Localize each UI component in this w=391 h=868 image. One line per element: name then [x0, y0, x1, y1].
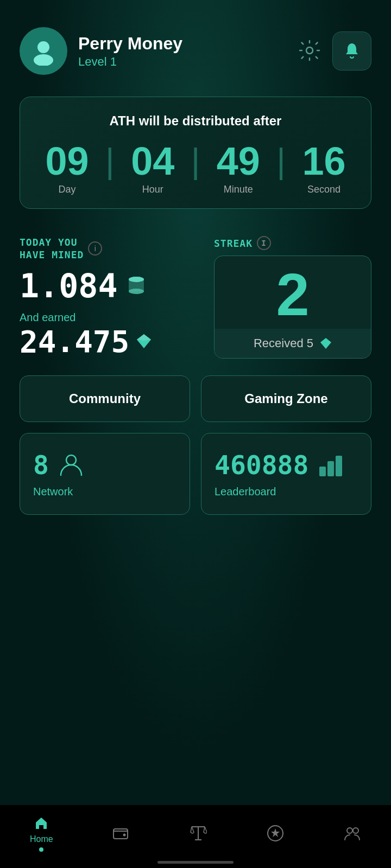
hours-label: Hour	[142, 184, 163, 195]
wallet-icon	[112, 825, 130, 842]
header: Perry Money Level 1	[0, 0, 391, 86]
days-value: 09	[45, 142, 89, 181]
seconds-label: Second	[307, 184, 340, 195]
leaderboard-value: 460888	[215, 450, 308, 480]
network-card[interactable]: 8 Network	[20, 433, 190, 515]
received-diamond-icon	[320, 337, 332, 349]
svg-point-9	[66, 455, 76, 465]
nav-wallet[interactable]	[102, 825, 141, 842]
streak-info-icon[interactable]: i	[257, 236, 271, 250]
nav-scale[interactable]	[179, 825, 218, 842]
countdown-title: ATH will be distributed after	[31, 113, 360, 129]
svg-rect-12	[336, 456, 342, 476]
hours-unit: 04 Hour	[117, 142, 189, 195]
diamond-icon	[136, 333, 152, 349]
svg-marker-7	[137, 334, 151, 341]
separator-3: |	[274, 144, 288, 178]
user-level: Level 1	[78, 55, 285, 69]
action-buttons: Community Gaming Zone	[0, 365, 391, 433]
notifications-button[interactable]	[332, 31, 371, 71]
svg-marker-8	[320, 338, 331, 349]
bottom-nav: Home	[0, 805, 391, 868]
streak-right: STREAK i 2 Received 5	[214, 236, 371, 359]
svg-marker-19	[271, 828, 280, 837]
user-name: Perry Money	[78, 34, 285, 54]
settings-button[interactable]	[295, 36, 324, 66]
svg-point-21	[353, 828, 358, 833]
group-icon	[344, 825, 361, 842]
nav-star[interactable]	[256, 825, 295, 842]
svg-rect-13	[113, 829, 128, 839]
streak-box: 2 Received 5	[214, 256, 371, 359]
svg-rect-11	[327, 461, 334, 476]
svg-point-20	[347, 828, 352, 833]
minutes-value: 49	[217, 142, 260, 181]
stat-cards: 8 Network 460888 Leaderboard	[0, 433, 391, 526]
today-mined-row: TODAY YOU HAVE MINED i	[20, 236, 203, 261]
home-icon	[33, 815, 49, 831]
avatar	[20, 27, 67, 75]
nav-home[interactable]: Home	[19, 815, 64, 852]
network-top: 8	[33, 450, 176, 480]
earned-label: And earned	[20, 311, 203, 324]
nav-home-label: Home	[30, 834, 53, 844]
svg-point-4	[129, 289, 144, 294]
scale-icon	[190, 825, 207, 842]
leaderboard-top: 460888	[215, 450, 358, 480]
mined-value-display: 1.084	[20, 267, 203, 305]
seconds-value: 16	[302, 142, 345, 181]
days-unit: 09 Day	[31, 142, 103, 195]
community-button[interactable]: Community	[20, 375, 190, 422]
svg-point-5	[129, 277, 144, 282]
bell-icon	[342, 41, 362, 61]
network-label: Network	[33, 486, 176, 498]
network-value: 8	[33, 450, 49, 480]
leaderboard-card[interactable]: 460888 Leaderboard	[201, 433, 371, 515]
days-label: Day	[59, 184, 76, 195]
separator-1: |	[103, 144, 117, 178]
nav-group[interactable]	[333, 825, 372, 842]
home-indicator	[157, 861, 234, 864]
minutes-unit: 49 Minute	[202, 142, 274, 195]
streak-label-row: STREAK i	[214, 236, 371, 250]
separator-2: |	[189, 144, 203, 178]
hours-value: 04	[131, 142, 174, 181]
today-info-icon[interactable]: i	[88, 241, 102, 256]
streak-received: Received 5	[215, 329, 371, 358]
user-info: Perry Money Level 1	[78, 34, 285, 69]
nav-home-dot	[39, 847, 43, 852]
streak-label: STREAK	[214, 238, 253, 249]
seconds-unit: 16 Second	[288, 142, 360, 195]
earned-value-display: 24.475	[20, 324, 203, 359]
svg-point-0	[37, 41, 49, 53]
svg-point-14	[123, 834, 126, 837]
svg-point-1	[34, 54, 53, 66]
minutes-label: Minute	[224, 184, 253, 195]
database-icon	[124, 274, 148, 298]
mining-section: TODAY YOU HAVE MINED i 1.084 And earned …	[0, 220, 391, 365]
leaderboard-icon	[316, 450, 345, 480]
mining-left: TODAY YOU HAVE MINED i 1.084 And earned …	[20, 236, 203, 359]
today-mined-label: TODAY YOU HAVE MINED	[20, 236, 84, 261]
star-circle-icon	[267, 825, 284, 842]
countdown-timer: 09 Day | 04 Hour | 49 Minute | 16 Second	[31, 142, 360, 195]
network-icon	[56, 450, 86, 480]
leaderboard-label: Leaderboard	[215, 486, 358, 498]
header-icons	[295, 31, 371, 71]
gaming-zone-button[interactable]: Gaming Zone	[201, 375, 371, 422]
gear-icon	[298, 39, 321, 62]
streak-number: 2	[215, 256, 371, 329]
svg-rect-10	[319, 467, 326, 476]
countdown-card: ATH will be distributed after 09 Day | 0…	[20, 97, 371, 209]
